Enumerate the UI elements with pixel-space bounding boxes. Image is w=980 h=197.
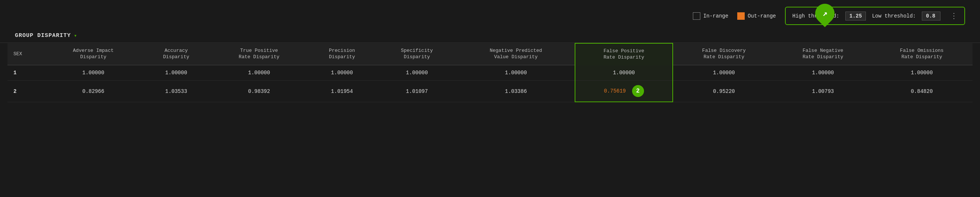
tooltip-badge-icon: ↗ <box>822 9 827 19</box>
cell-precision-1: 1.00000 <box>307 65 377 81</box>
top-bar: ↗ In-range Out-range High threshold: 1.2… <box>0 0 980 29</box>
cell-npv-2: 1.03386 <box>457 81 575 102</box>
cell-sex-2: 2 <box>8 81 45 102</box>
col-header-precision: PrecisionDisparity <box>307 43 377 65</box>
disparity-table: SEX Adverse ImpactDisparity AccuracyDisp… <box>8 43 972 102</box>
cell-for-2: 0.84820 <box>871 81 972 102</box>
section-title: GROUP DISPARITY ▾ <box>15 32 77 39</box>
legend-container: In-range Out-range <box>693 12 776 20</box>
cell-for-1: 1.00000 <box>871 65 972 81</box>
out-range-box <box>737 12 745 20</box>
col-header-sex: SEX <box>8 43 45 65</box>
more-options-icon[interactable]: ⋮ <box>950 11 958 21</box>
out-range-legend: Out-range <box>737 12 776 20</box>
main-container: ↗ In-range Out-range High threshold: 1.2… <box>0 0 980 197</box>
cell-fnr-2: 1.00793 <box>775 81 871 102</box>
table-row: 2 0.82966 1.03533 0.98392 1.01954 1.0109… <box>8 81 972 102</box>
table-row: 1 1.00000 1.00000 1.00000 1.00000 1.0000… <box>8 65 972 81</box>
col-header-fnr: False NegativeRate Disparity <box>775 43 871 65</box>
col-header-specificity: SpecificityDisparity <box>377 43 457 65</box>
cell-fpr-2: 0.75619 2 <box>575 81 673 102</box>
cell-tpr-2: 0.98392 <box>211 81 307 102</box>
section-title-text: GROUP DISPARITY <box>15 32 71 39</box>
col-header-tpr: True PositiveRate Disparity <box>211 43 307 65</box>
high-threshold-value[interactable]: 1.25 <box>845 11 866 21</box>
cell-specificity-2: 1.01097 <box>377 81 457 102</box>
cell-accuracy-1: 1.00000 <box>142 65 211 81</box>
section-header: GROUP DISPARITY ▾ <box>0 29 980 43</box>
col-header-accuracy: AccuracyDisparity <box>142 43 211 65</box>
table-wrapper: SEX Adverse ImpactDisparity AccuracyDisp… <box>0 43 980 197</box>
chevron-down-icon[interactable]: ▾ <box>74 32 77 39</box>
low-threshold-label: Low threshold: <box>872 13 916 19</box>
in-range-box <box>693 12 700 20</box>
col-header-npv: Negative PredictedValue Disparity <box>457 43 575 65</box>
col-header-adverse-impact: Adverse ImpactDisparity <box>45 43 142 65</box>
cell-fnr-1: 1.00000 <box>775 65 871 81</box>
cell-specificity-1: 1.00000 <box>377 65 457 81</box>
cell-adverse-2: 0.82966 <box>45 81 142 102</box>
cell-fpr-1: 1.00000 <box>575 65 673 81</box>
col-header-for: False OmissionsRate Disparity <box>871 43 972 65</box>
threshold-box: High threshold: 1.25 Low threshold: 0.8 … <box>785 7 965 25</box>
col-header-fdr: False DiscoveryRate Disparity <box>673 43 775 65</box>
in-range-label: In-range <box>703 13 728 19</box>
col-header-fpr: False PositiveRate Disparity <box>575 43 673 65</box>
in-range-legend: In-range <box>693 12 728 20</box>
fpr-value-orange: 0.75619 <box>604 88 626 94</box>
cell-npv-1: 1.00000 <box>457 65 575 81</box>
cell-fdr-2: 0.95220 <box>673 81 775 102</box>
out-range-label: Out-range <box>748 13 776 19</box>
cell-accuracy-2: 1.03533 <box>142 81 211 102</box>
cell-sex-1: 1 <box>8 65 45 81</box>
cell-tpr-1: 1.00000 <box>211 65 307 81</box>
low-threshold-value[interactable]: 0.8 <box>922 11 940 21</box>
cell-adverse-1: 1.00000 <box>45 65 142 81</box>
cell-fdr-1: 1.00000 <box>673 65 775 81</box>
badge-2: 2 <box>632 85 644 97</box>
cell-precision-2: 1.01954 <box>307 81 377 102</box>
